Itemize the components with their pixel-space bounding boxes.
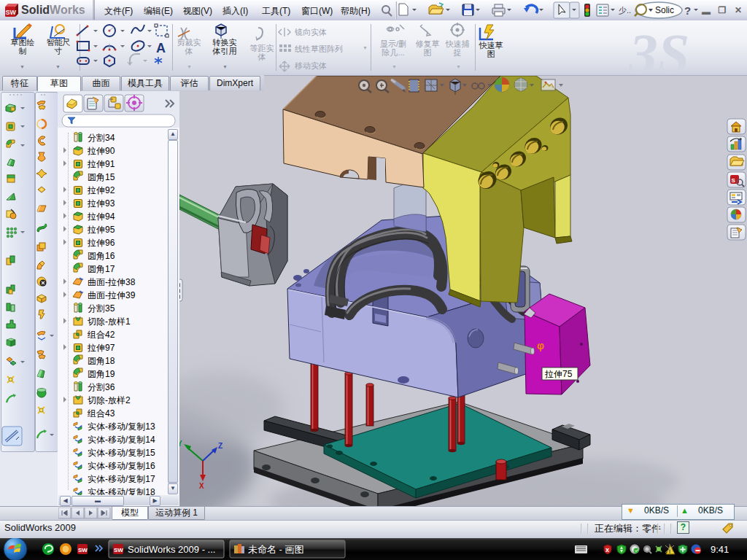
svg-text:SW: SW [78, 547, 88, 553]
svg-text:ЗS: ЗS [628, 22, 689, 75]
svg-text:?: ? [684, 4, 691, 17]
svg-text:A: A [156, 41, 166, 55]
svg-text:SW: SW [6, 9, 17, 16]
svg-text:SolidWorks 2009 - ...: SolidWorks 2009 - ... [128, 544, 215, 555]
svg-text:φ: φ [537, 340, 544, 351]
svg-text:Solic: Solic [655, 5, 674, 15]
svg-text:x: x [605, 546, 609, 553]
svg-text:少..: 少.. [619, 6, 631, 15]
svg-text:未命名 - 画图: 未命名 - 画图 [248, 544, 304, 555]
svg-text:Z: Z [218, 442, 222, 450]
svg-text:S: S [732, 177, 736, 184]
svg-text:Y: Y [179, 440, 182, 448]
svg-text:X: X [199, 482, 204, 490]
svg-text:拉伸75: 拉伸75 [544, 369, 573, 379]
svg-text:9:41: 9:41 [711, 544, 729, 555]
svg-text:SW: SW [114, 547, 123, 553]
